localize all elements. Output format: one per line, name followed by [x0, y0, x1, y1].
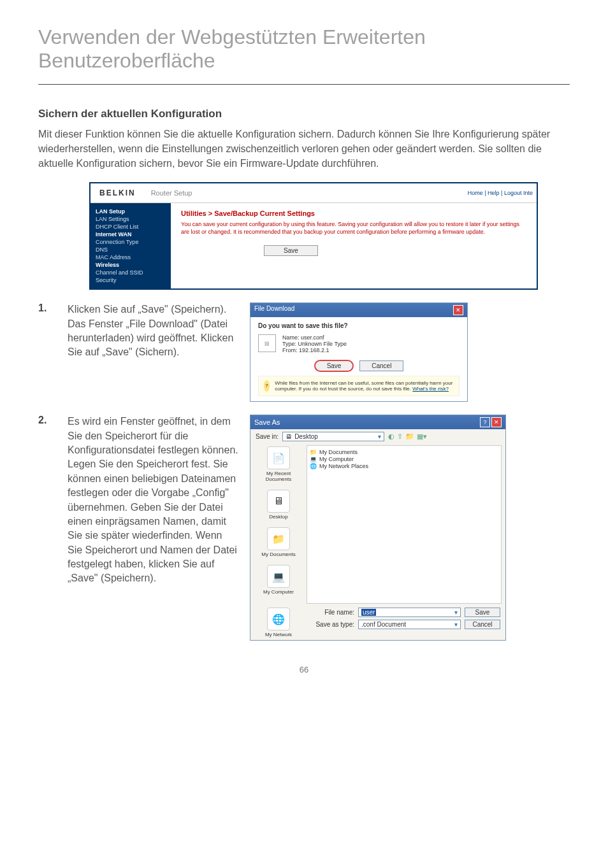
name-value: user.conf — [301, 334, 324, 341]
file-download-dialog: File Download ✕ Do you want to save this… — [250, 302, 468, 402]
file-name-input[interactable]: user ▾ — [358, 608, 461, 617]
save-as-title: Save As — [254, 418, 280, 426]
belkin-logo: BELKIN — [90, 183, 145, 203]
new-folder-icon[interactable]: 📁 — [405, 432, 414, 441]
router-screenshot: BELKIN Router Setup Home | Help | Logout… — [89, 182, 538, 290]
file-list[interactable]: 📁My Documents 💻My Computer 🌐My Network P… — [307, 445, 502, 604]
warning-icon: ? — [264, 380, 270, 392]
router-panel-text: You can save your current configuration … — [181, 221, 526, 236]
file-download-question: Do you want to save this file? — [258, 322, 460, 329]
computer-item-icon: 💻 — [310, 456, 317, 462]
router-title: Router Setup — [145, 189, 468, 197]
page-number: 66 — [38, 665, 570, 674]
save-in-value: Desktop — [294, 433, 318, 440]
file-download-cancel-button[interactable]: Cancel — [359, 360, 403, 371]
router-panel-title: Utilities > Save/Backup Current Settings — [181, 210, 526, 217]
file-name-label: File name: — [307, 609, 354, 616]
item-network-places[interactable]: My Network Places — [319, 463, 368, 469]
file-icon: ▤ — [258, 334, 276, 352]
sidebar-mac[interactable]: MAC Address — [96, 254, 166, 260]
step2-text: Es wird ein Fenster geöffnet, in dem Sie… — [68, 415, 240, 586]
desktop-icon: 🖥 — [286, 433, 292, 440]
sidebar-wireless[interactable]: Wireless — [96, 262, 166, 268]
chevron-down-icon[interactable]: ▾ — [454, 609, 458, 616]
file-name-value: user — [361, 609, 376, 616]
views-icon[interactable]: ▦▾ — [417, 432, 427, 441]
places-network[interactable]: My Network — [253, 632, 304, 637]
file-download-save-button[interactable]: Save — [314, 360, 354, 372]
sidebar-connection-type[interactable]: Connection Type — [96, 239, 166, 245]
sidebar-internet-wan[interactable]: Internet WAN — [96, 231, 166, 238]
type-value: Unknown File Type — [298, 341, 347, 347]
sidebar-lan-setup[interactable]: LAN Setup — [96, 208, 166, 215]
title-line1: Verwenden der Webgestützten Erweiterten — [38, 25, 426, 48]
name-label: Name: — [282, 334, 300, 341]
router-save-button[interactable]: Save — [264, 245, 318, 256]
close-icon[interactable]: ✕ — [491, 417, 502, 427]
sidebar-security[interactable]: Security — [96, 277, 166, 283]
router-sidebar: LAN Setup LAN Settings DHCP Client List … — [90, 203, 171, 288]
close-icon[interactable]: ✕ — [453, 305, 463, 315]
places-documents[interactable]: My Documents — [253, 551, 304, 557]
save-in-label: Save in: — [256, 433, 279, 440]
up-icon[interactable]: ⇧ — [397, 432, 403, 441]
router-header-links[interactable]: Home | Help | Logout Inte — [468, 190, 537, 196]
network-icon: 🌐 — [310, 463, 317, 469]
save-as-save-button[interactable]: Save — [465, 608, 500, 617]
chevron-down-icon[interactable]: ▾ — [454, 621, 458, 628]
recent-icon[interactable]: 📄 — [267, 446, 290, 469]
places-desktop[interactable]: Desktop — [253, 514, 304, 520]
save-as-cancel-button[interactable]: Cancel — [465, 620, 500, 629]
sidebar-dns[interactable]: DNS — [96, 246, 166, 253]
desktop-place-icon[interactable]: 🖥 — [267, 490, 290, 513]
sidebar-lan-settings[interactable]: LAN Settings — [96, 216, 166, 222]
computer-icon[interactable]: 💻 — [267, 565, 290, 588]
step1-number: 1. — [38, 302, 57, 314]
places-computer[interactable]: My Computer — [253, 589, 304, 595]
chevron-down-icon: ▾ — [378, 433, 381, 440]
network-place-icon[interactable]: 🌐 — [267, 608, 290, 630]
folder-icon: 📁 — [310, 449, 317, 455]
section-heading: Sichern der aktuellen Konfiguration — [38, 108, 570, 120]
from-value: 192.168.2.1 — [299, 347, 329, 353]
documents-icon[interactable]: 📁 — [267, 527, 290, 550]
step1-text: Klicken Sie auf „Save" (Speichern). Das … — [68, 302, 240, 360]
save-in-dropdown[interactable]: 🖥 Desktop ▾ — [282, 432, 384, 441]
step2-number: 2. — [38, 415, 57, 426]
item-my-computer[interactable]: My Computer — [319, 456, 354, 462]
item-my-documents[interactable]: My Documents — [319, 449, 358, 455]
file-type-label: Save as type: — [307, 621, 354, 628]
help-icon[interactable]: ? — [480, 417, 490, 427]
file-download-title: File Download — [254, 305, 294, 315]
from-label: From: — [282, 347, 298, 353]
type-label: Type: — [282, 341, 296, 347]
file-type-value: .conf Document — [361, 621, 406, 628]
sidebar-dhcp[interactable]: DHCP Client List — [96, 224, 166, 230]
back-icon[interactable]: ◐ — [388, 432, 394, 441]
save-as-dialog: Save As ? ✕ Save in: 🖥 Desktop ▾ ◐ ⇧ 📁 ▦… — [250, 415, 506, 641]
whats-the-risk-link[interactable]: What's the risk? — [412, 386, 449, 392]
places-recent[interactable]: My Recent Documents — [253, 471, 304, 482]
sidebar-channel-ssid[interactable]: Channel and SSID — [96, 269, 166, 276]
title-line2: Benutzeroberfläche — [38, 49, 215, 72]
file-type-dropdown[interactable]: .conf Document ▾ — [358, 620, 461, 629]
divider — [38, 84, 570, 85]
page-title: Verwenden der Webgestützten Erweiterten … — [38, 25, 570, 73]
intro-text: Mit dieser Funktion können Sie die aktue… — [38, 127, 570, 171]
